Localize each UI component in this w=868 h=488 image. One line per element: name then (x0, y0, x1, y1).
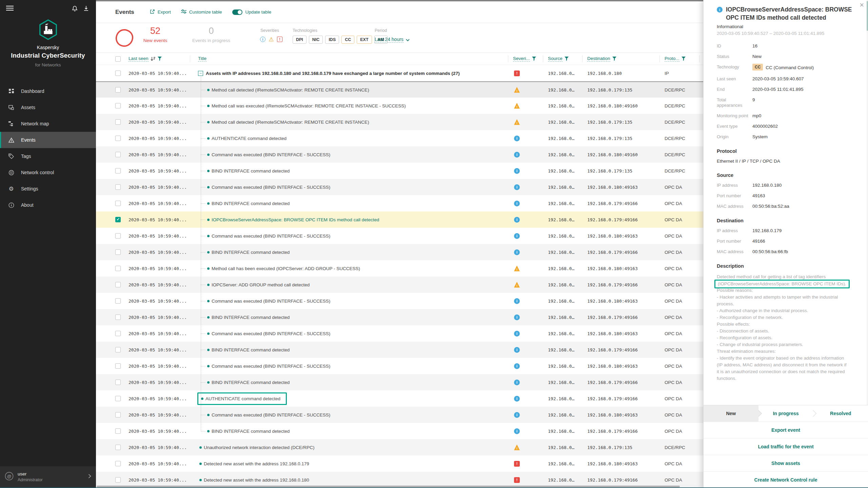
table-row[interactable]: 2020-03-05 10:59:40...AUTHENTICATE comma… (96, 130, 703, 146)
download-icon[interactable] (82, 4, 91, 13)
sort-desc-icon[interactable] (151, 57, 156, 61)
sidebar-item-dashboard[interactable]: Dashboard (0, 83, 96, 99)
severity-cell (508, 217, 543, 223)
sidebar-item-assets[interactable]: Assets (0, 99, 96, 116)
status-tab-resolved[interactable]: Resolved (813, 405, 868, 422)
row-checkbox[interactable] (115, 282, 121, 287)
status-tab-in-progress[interactable]: In progress (758, 405, 813, 422)
row-checkbox[interactable] (115, 477, 121, 483)
menu-icon[interactable] (5, 4, 14, 13)
row-checkbox[interactable] (115, 396, 121, 401)
close-icon[interactable]: × (860, 1, 864, 9)
filter-icon[interactable] (682, 57, 686, 61)
row-checkbox[interactable] (115, 445, 121, 450)
row-checkbox[interactable] (115, 428, 121, 434)
row-checkbox[interactable] (115, 249, 121, 255)
tech-chip-cc[interactable]: CC (341, 36, 354, 44)
filter-icon[interactable] (158, 57, 162, 61)
row-checkbox[interactable] (115, 266, 121, 271)
customize-table-button[interactable]: Customize table (181, 9, 222, 15)
filter-icon[interactable] (532, 57, 536, 61)
table-row[interactable]: 2020-03-05 10:59:40...AUTHENTICATE comma… (96, 390, 703, 407)
row-checkbox[interactable] (115, 201, 121, 206)
update-label: Update table (245, 9, 272, 15)
action-load-traffic-for-the-event[interactable]: Load traffic for the event (704, 438, 868, 455)
update-table-toggle[interactable]: Update table (232, 9, 272, 15)
collapse-icon[interactable] (198, 71, 203, 76)
table-row[interactable]: 2020-03-05 10:59:40...BIND INTERFACE com… (96, 374, 703, 390)
table-row[interactable]: 2020-03-05 10:59:40...BIND INTERFACE com… (96, 309, 703, 325)
table-row[interactable]: 2020-03-05 10:59:40...IOPCBrowseServerAd… (96, 211, 703, 228)
status-tab-new[interactable]: New (704, 405, 758, 422)
row-checkbox[interactable] (115, 380, 121, 385)
table-row[interactable]: 2020-03-05 10:59:40...Method call was ex… (96, 98, 703, 114)
row-checkbox[interactable] (115, 347, 121, 352)
tech-chip-dpi[interactable]: DPI (293, 36, 307, 44)
sidebar-item-settings[interactable]: ⚙Settings (0, 181, 96, 197)
table-row[interactable]: 2020-03-05 10:59:40...BIND INTERFACE com… (96, 423, 703, 439)
protocol-cell: OPC DA (659, 266, 699, 271)
table-row[interactable]: 2020-03-05 10:59:40...Command was execut… (96, 407, 703, 423)
notifications-icon[interactable] (70, 4, 79, 13)
warning-filter-icon[interactable]: ⚠ (269, 37, 274, 42)
critical-filter-icon[interactable]: ! (277, 37, 282, 42)
row-checkbox[interactable] (115, 119, 121, 125)
table-row[interactable]: 2020-03-05 10:59:40...Command was execut… (96, 358, 703, 374)
row-checkbox[interactable] (115, 103, 121, 108)
table-row[interactable]: 2020-03-05 10:59:40...Detected new asset… (96, 455, 703, 472)
row-checkbox[interactable] (115, 136, 121, 141)
row-checkbox[interactable] (115, 363, 121, 369)
filter-icon[interactable] (565, 57, 569, 61)
period-selector[interactable]: Last 24 hours (375, 37, 410, 43)
row-checkbox[interactable] (115, 168, 121, 174)
title-cell: BIND INTERFACE command detected (190, 315, 508, 320)
table-row[interactable]: 2020-03-05 10:59:40...Assets with IP add… (96, 65, 703, 81)
row-checkbox[interactable] (115, 461, 121, 466)
table-row[interactable]: 2020-03-05 10:59:40...BIND INTERFACE com… (96, 195, 703, 211)
table-row[interactable]: 2020-03-05 10:59:40...Command was execut… (96, 293, 703, 309)
table-row[interactable]: 2020-03-05 10:59:40...Method call detect… (96, 81, 703, 98)
action-show-assets[interactable]: Show assets (704, 455, 868, 471)
row-checkbox[interactable] (115, 184, 121, 190)
info-filter-icon[interactable]: i (260, 37, 265, 42)
table-row[interactable]: 2020-03-05 10:59:40...Unauthorized netwo… (96, 439, 703, 455)
sidebar-item-events[interactable]: Events (0, 132, 96, 148)
action-create-network-control-rule[interactable]: Create Network Control rule (704, 471, 868, 488)
user-menu[interactable]: @ user Administrator (0, 466, 96, 487)
table-row[interactable]: 2020-03-05 10:59:40...BIND INTERFACE com… (96, 163, 703, 179)
row-checkbox[interactable] (115, 298, 121, 304)
sidebar-item-tags[interactable]: Tags (0, 148, 96, 164)
source-cell: 192.168.0… (543, 87, 582, 93)
row-checkbox[interactable] (115, 217, 121, 222)
tech-chip-ext[interactable]: EXT (357, 36, 372, 44)
scrollbar-thumb[interactable] (867, 1, 868, 31)
table-row[interactable]: 2020-03-05 10:59:40...Command was execut… (96, 146, 703, 163)
table-row[interactable]: 2020-03-05 10:59:40...Command was execut… (96, 228, 703, 244)
table-row[interactable]: 2020-03-05 10:59:40...Command was execut… (96, 179, 703, 195)
action-export-event[interactable]: Export event (704, 422, 868, 438)
tech-chip-nic[interactable]: NIC (309, 36, 323, 44)
row-checkbox[interactable] (115, 412, 121, 418)
table-row[interactable]: 2020-03-05 10:59:40...BIND INTERFACE com… (96, 244, 703, 260)
panel-scrollbar[interactable] (867, 0, 868, 405)
table-row[interactable]: 2020-03-05 10:59:40...Command was execut… (96, 325, 703, 342)
destination-cell: 192.168.0.179:49166 (582, 217, 659, 222)
table-row[interactable]: 2020-03-05 10:59:40...IOPCServer: ADD GR… (96, 277, 703, 293)
row-checkbox[interactable] (115, 70, 121, 76)
sidebar-item-about[interactable]: About (0, 197, 96, 213)
row-checkbox[interactable] (115, 331, 121, 336)
table-row[interactable]: 2020-03-05 10:59:40...Method call detect… (96, 114, 703, 130)
toggle-on-icon[interactable] (232, 9, 242, 15)
table-row[interactable]: 2020-03-05 10:59:40...Method call has be… (96, 260, 703, 277)
tech-chip-ids[interactable]: IDS (325, 36, 339, 44)
filter-icon[interactable] (612, 57, 616, 61)
export-button[interactable]: Export (150, 9, 171, 15)
row-checkbox[interactable] (115, 87, 121, 93)
row-checkbox[interactable] (115, 314, 121, 320)
table-row[interactable]: 2020-03-05 10:59:40...BIND INTERFACE com… (96, 342, 703, 358)
sidebar-item-network-map[interactable]: Network map (0, 116, 96, 132)
sidebar-item-network-control[interactable]: Network control (0, 164, 96, 181)
row-checkbox[interactable] (115, 152, 121, 157)
select-all-checkbox[interactable] (115, 56, 121, 62)
row-checkbox[interactable] (115, 233, 121, 239)
